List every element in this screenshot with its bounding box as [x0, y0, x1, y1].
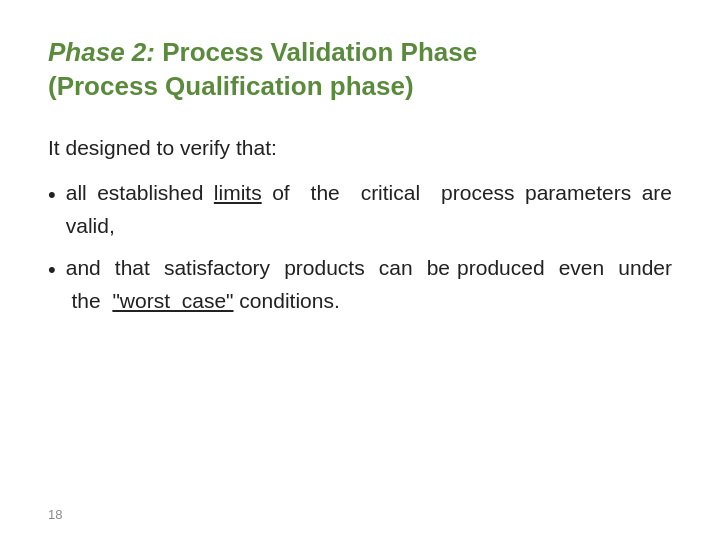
limits-underline: limits: [214, 181, 262, 204]
title-line-1: Phase 2: Process Validation Phase: [48, 36, 672, 70]
title-rest: Process Validation Phase: [155, 37, 477, 67]
bullet-dot-2: •: [48, 253, 56, 287]
title-line-2: (Process Qualification phase): [48, 70, 672, 104]
intro-text: It designed to verify that:: [48, 132, 672, 164]
content-block: It designed to verify that: • all establ…: [48, 132, 672, 510]
worst-case-text: "worst case": [112, 289, 233, 312]
bullet-text-1: all established limits of the critical p…: [66, 177, 672, 242]
title-block: Phase 2: Process Validation Phase (Proce…: [48, 36, 672, 104]
bullet-item-2: • and that satisfactory products can be …: [48, 252, 672, 317]
slide-container: Phase 2: Process Validation Phase (Proce…: [0, 0, 720, 540]
bullet-text-2: and that satisfactory products can be pr…: [66, 252, 672, 317]
page-number: 18: [48, 507, 62, 522]
title-italic: Phase 2:: [48, 37, 155, 67]
bullet-item-1: • all established limits of the critical…: [48, 177, 672, 242]
bullet-list: • all established limits of the critical…: [48, 177, 672, 317]
bullet-dot-1: •: [48, 178, 56, 212]
